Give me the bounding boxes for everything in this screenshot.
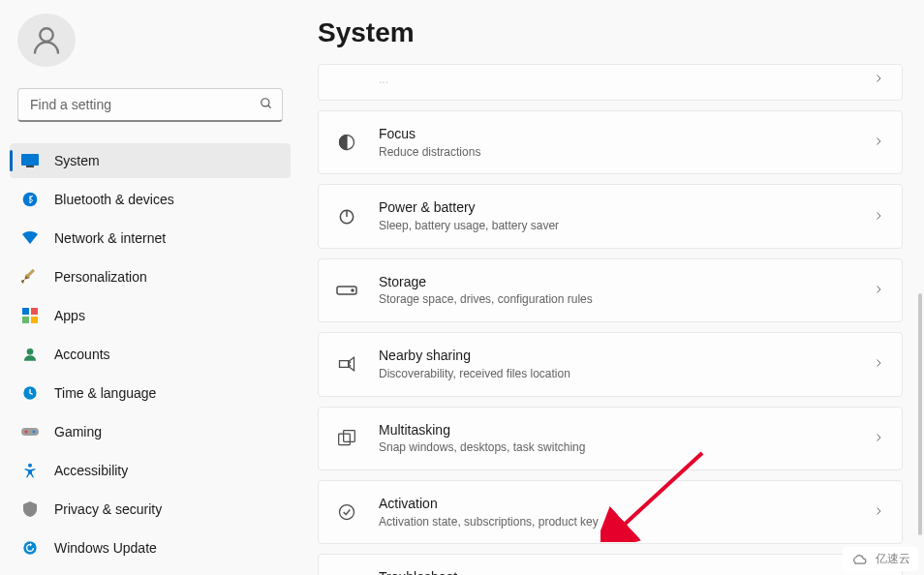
settings-card-storage[interactable]: Storage Storage space, drives, configura… [318, 258, 903, 322]
nav-item-network[interactable]: Network & internet [10, 221, 291, 256]
nav-label: Accessibility [54, 463, 128, 478]
svg-rect-9 [22, 317, 29, 323]
gaming-icon [21, 423, 39, 440]
svg-rect-23 [339, 434, 351, 445]
svg-rect-10 [31, 317, 38, 323]
nav-label: Apps [54, 308, 85, 323]
settings-card-nearby[interactable]: Nearby sharing Discoverability, received… [318, 332, 903, 396]
nav-item-privacy[interactable]: Privacy & security [10, 492, 291, 527]
settings-card-activation[interactable]: Activation Activation state, subscriptio… [318, 480, 903, 544]
time-icon [21, 384, 39, 402]
nav-item-time[interactable]: Time & language [10, 376, 291, 410]
card-title: Storage [379, 273, 851, 292]
svg-line-2 [268, 105, 271, 107]
chevron-right-icon [873, 282, 884, 299]
watermark-text: 亿速云 [876, 551, 910, 567]
card-desc: Sleep, battery usage, battery saver [379, 218, 851, 234]
nav-label: Bluetooth & devices [54, 192, 174, 207]
card-desc: Discoverability, received files location [379, 366, 851, 382]
svg-rect-6 [26, 269, 35, 278]
apps-icon [21, 307, 39, 324]
settings-card-focus[interactable]: Focus Reduce distractions [318, 110, 903, 174]
chevron-right-icon [873, 208, 884, 226]
nav-label: Time & language [54, 385, 156, 401]
card-title: Nearby sharing [379, 347, 851, 366]
accessibility-icon [21, 462, 39, 479]
activation-icon [336, 501, 357, 523]
nav-item-gaming[interactable]: Gaming [10, 414, 291, 449]
svg-point-0 [40, 28, 53, 42]
settings-card-troubleshoot[interactable]: Troubleshoot Recommended troubleshooters… [318, 554, 903, 575]
nav-label: Windows Update [54, 540, 157, 556]
avatar[interactable] [17, 14, 76, 67]
watermark: 亿速云 [843, 547, 918, 571]
svg-point-16 [28, 464, 32, 468]
update-icon [21, 539, 39, 557]
search-box [17, 88, 283, 122]
sidebar: System Bluetooth & devices Network & int… [0, 0, 300, 575]
svg-point-1 [262, 98, 269, 106]
nav-label: System [54, 153, 100, 168]
search-input[interactable] [17, 88, 283, 122]
card-title: Activation [379, 495, 851, 514]
bluetooth-icon [21, 191, 39, 208]
chevron-right-icon [873, 355, 884, 373]
focus-icon [336, 132, 357, 153]
settings-card-multitasking[interactable]: Multitasking Snap windows, desktops, tas… [318, 407, 903, 470]
settings-card-partial[interactable]: ... [318, 64, 903, 101]
nav-label: Gaming [54, 424, 102, 439]
nav-item-apps[interactable]: Apps [10, 298, 291, 333]
scrollbar[interactable] [918, 293, 922, 535]
multitask-icon [336, 428, 357, 449]
card-icon-partial [336, 69, 357, 90]
card-title: Power & battery [379, 198, 851, 218]
svg-rect-4 [26, 166, 34, 167]
chevron-right-icon [873, 430, 884, 447]
storage-icon [336, 280, 357, 301]
card-desc: Activation state, subscriptions, product… [379, 514, 851, 530]
svg-rect-8 [31, 308, 38, 315]
accounts-icon [21, 346, 39, 363]
main-content: System ... Focus Reduce distractions Pow… [300, 0, 924, 575]
personalization-icon [21, 268, 39, 286]
search-icon [260, 97, 273, 114]
nav-label: Personalization [54, 269, 147, 285]
card-desc: Snap windows, desktops, task switching [379, 439, 851, 456]
svg-rect-7 [22, 308, 29, 315]
cloud-icon [850, 552, 870, 567]
card-desc: Storage space, drives, configuration rul… [379, 291, 851, 308]
nav-label: Accounts [54, 347, 110, 362]
chevron-right-icon [873, 503, 884, 521]
nav-item-update[interactable]: Windows Update [10, 530, 291, 565]
svg-point-22 [352, 289, 354, 291]
nav-item-bluetooth[interactable]: Bluetooth & devices [10, 182, 291, 217]
card-title: Multitasking [379, 421, 851, 440]
nav-label: Network & internet [54, 230, 166, 246]
svg-rect-13 [21, 428, 39, 436]
nav-label: Privacy & security [54, 501, 162, 517]
card-title: Focus [379, 125, 851, 144]
svg-rect-24 [344, 430, 355, 441]
svg-point-11 [27, 348, 34, 355]
card-desc: Reduce distractions [379, 144, 851, 161]
svg-rect-3 [21, 154, 39, 166]
svg-point-25 [340, 505, 354, 520]
chevron-right-icon [873, 71, 884, 88]
power-icon [336, 206, 357, 227]
svg-point-14 [25, 431, 28, 434]
user-icon [29, 23, 64, 58]
nav-item-accounts[interactable]: Accounts [10, 337, 291, 372]
settings-card-power[interactable]: Power & battery Sleep, battery usage, ba… [318, 184, 903, 248]
system-icon [21, 152, 39, 169]
nav-item-personalization[interactable]: Personalization [10, 259, 291, 294]
shield-icon [21, 500, 39, 518]
nearby-icon [336, 353, 357, 375]
page-title: System [318, 17, 903, 48]
nav-item-accessibility[interactable]: Accessibility [10, 453, 291, 488]
nav-item-system[interactable]: System [10, 143, 291, 178]
network-icon [21, 229, 39, 247]
chevron-right-icon [873, 134, 884, 151]
svg-point-15 [33, 431, 36, 434]
card-title: Troubleshoot [379, 568, 851, 575]
